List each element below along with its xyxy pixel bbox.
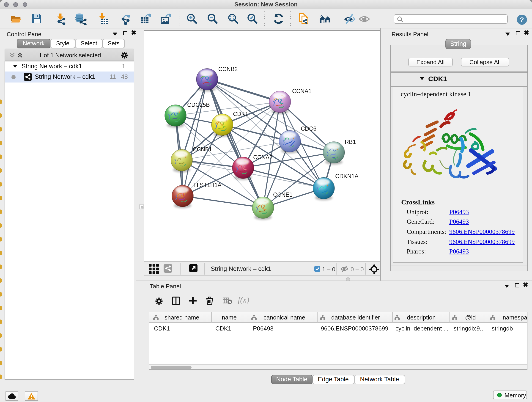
svg-text:CCNB1: CCNB1 (193, 146, 212, 153)
svg-text:CDC6: CDC6 (301, 125, 317, 132)
svg-text:RB1: RB1 (345, 139, 356, 145)
svg-text:HIST1H1A: HIST1H1A (194, 182, 222, 188)
svg-text:CDK1: CDK1 (233, 111, 248, 117)
svg-text:CCNA2: CCNA2 (253, 154, 273, 160)
svg-text:CDC25B: CDC25B (187, 102, 210, 108)
svg-text:CCNA1: CCNA1 (292, 88, 312, 94)
svg-text:CCNB2: CCNB2 (218, 66, 238, 72)
svg-text:CCNE1: CCNE1 (273, 191, 293, 198)
svg-text:CDKN1A: CDKN1A (335, 173, 359, 179)
